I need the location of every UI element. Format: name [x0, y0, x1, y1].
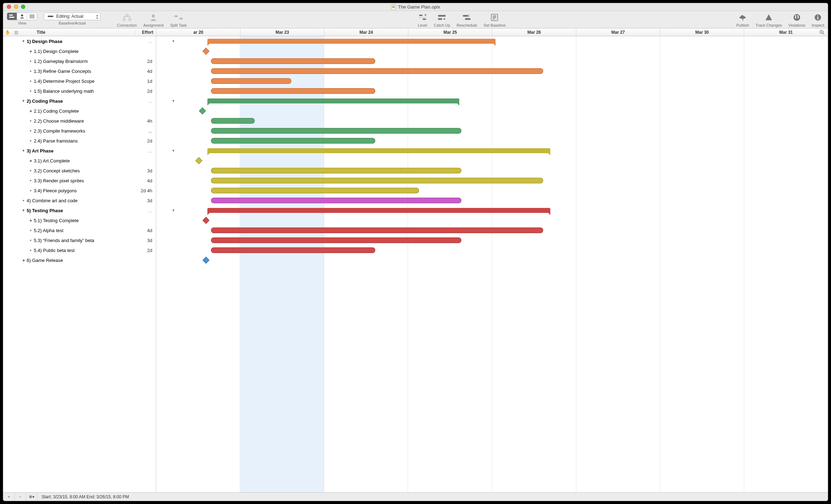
task-row[interactable]: ●5.2) Alpha test4d: [3, 225, 156, 235]
milestone-diamond[interactable]: [195, 157, 202, 164]
task-row[interactable]: ●5.3) “Friends and family” beta3d: [3, 235, 156, 245]
task-row[interactable]: ▼3) Art Phase...: [3, 146, 156, 156]
gantt-disclosure-icon[interactable]: ▼: [172, 39, 175, 43]
task-row[interactable]: ◆2.1) Coding Complete: [3, 106, 156, 116]
gantt-row[interactable]: ▼: [156, 205, 828, 215]
gantt-row[interactable]: [156, 166, 828, 176]
gantt-disclosure-icon[interactable]: ▼: [172, 99, 175, 103]
gantt-row[interactable]: [156, 86, 828, 96]
day-header[interactable]: Mar 25: [408, 28, 492, 36]
day-header[interactable]: Mar 31: [744, 28, 828, 36]
task-row[interactable]: ●3.2) Concept sketches3d: [3, 166, 156, 176]
gantt-row[interactable]: [156, 126, 828, 136]
gantt-row[interactable]: [156, 136, 828, 146]
gantt-row[interactable]: [156, 46, 828, 56]
gantt-row[interactable]: [156, 156, 828, 166]
connection-button[interactable]: Connection: [117, 12, 137, 27]
task-row[interactable]: ◆6) Game Release: [3, 255, 156, 265]
catch-up-button[interactable]: Catch Up: [434, 12, 450, 27]
task-row[interactable]: ●2.2) Choose middleware4h: [3, 116, 156, 126]
task-bar[interactable]: [211, 68, 543, 74]
day-header[interactable]: Mar 26: [492, 28, 576, 36]
close-window-button[interactable]: [7, 5, 11, 9]
task-row[interactable]: ◆1.1) Design Complete: [3, 46, 156, 56]
gantt-row[interactable]: [156, 106, 828, 116]
task-row[interactable]: ●1.2) Gameplay Brainstorm2d: [3, 56, 156, 66]
task-row[interactable]: ●1.5) Balance underlying math2d: [3, 86, 156, 96]
disclosure-triangle-icon[interactable]: ▼: [20, 149, 27, 152]
gantt-row[interactable]: [156, 235, 828, 245]
disclosure-triangle-icon[interactable]: ▼: [20, 99, 27, 103]
gantt-row[interactable]: ▼: [156, 36, 828, 46]
action-menu-button[interactable]: ✻▾: [26, 493, 37, 501]
task-bar[interactable]: [211, 138, 375, 144]
gantt-row[interactable]: [156, 66, 828, 76]
effort-column-header[interactable]: Effort: [135, 30, 156, 35]
milestone-diamond[interactable]: [202, 217, 210, 224]
task-bar[interactable]: [211, 237, 461, 243]
task-row[interactable]: ▼5) Testing Phase...: [3, 205, 156, 215]
task-row[interactable]: ●4) Combine art and code3d: [3, 195, 156, 205]
task-row[interactable]: ◆5.1) Testing Complete: [3, 215, 156, 225]
split-task-button[interactable]: Split Task: [170, 12, 187, 27]
gantt-row[interactable]: ▼: [156, 96, 828, 106]
gantt-row[interactable]: [156, 255, 828, 265]
assignment-button[interactable]: Assignment: [143, 12, 164, 27]
summary-bar[interactable]: [207, 148, 551, 153]
zoom-icon[interactable]: [819, 30, 825, 35]
gantt-row[interactable]: [156, 186, 828, 195]
title-column-header[interactable]: Title: [20, 30, 135, 35]
reschedule-button[interactable]: Reschedule: [456, 12, 477, 27]
milestone-diamond[interactable]: [202, 48, 210, 55]
day-header[interactable]: Mar 30: [660, 28, 744, 36]
summary-bar[interactable]: [207, 98, 459, 103]
task-bar[interactable]: [211, 247, 375, 253]
task-row[interactable]: ●3.3) Render pixel sprites4d: [3, 176, 156, 186]
gantt-disclosure-icon[interactable]: ▼: [172, 209, 175, 212]
grab-hand-icon[interactable]: ✋: [3, 30, 12, 35]
minimize-window-button[interactable]: [14, 5, 18, 9]
gantt-disclosure-icon[interactable]: ▼: [172, 149, 175, 152]
timeline-header[interactable]: ar 20Mar 23Mar 24Mar 25Mar 26Mar 27Mar 3…: [156, 28, 828, 36]
task-row[interactable]: ●3.4) Fleece polygons2d 4h: [3, 186, 156, 195]
milestone-diamond[interactable]: [199, 107, 206, 114]
publish-button[interactable]: Publish: [736, 12, 749, 27]
gantt-row[interactable]: [156, 195, 828, 205]
baseline-actual-popup[interactable]: Editing: Actual ▴▾: [44, 12, 101, 20]
task-row[interactable]: ▼1) Design Phase...: [3, 36, 156, 46]
view-segmented-control[interactable]: [7, 12, 37, 20]
violations-button[interactable]: Violations: [788, 12, 805, 27]
task-bar[interactable]: [211, 198, 461, 203]
task-outline[interactable]: ▼1) Design Phase...◆1.1) Design Complete…: [3, 36, 156, 492]
resource-view-button[interactable]: [17, 13, 27, 20]
level-button[interactable]: Level: [418, 12, 428, 27]
remove-button[interactable]: －: [15, 493, 26, 501]
gantt-row[interactable]: [156, 76, 828, 86]
day-header[interactable]: Mar 27: [576, 28, 660, 36]
zoom-window-button[interactable]: [21, 5, 25, 9]
gantt-row[interactable]: [156, 225, 828, 235]
task-row[interactable]: ●2.3) Compile frameworks...: [3, 126, 156, 136]
set-baseline-button[interactable]: Set Baseline: [483, 12, 506, 27]
task-bar[interactable]: [211, 128, 461, 134]
calendar-view-button[interactable]: [27, 13, 37, 20]
task-row[interactable]: ◆3.1) Art Complete: [3, 156, 156, 166]
task-bar[interactable]: [211, 188, 419, 193]
task-row[interactable]: ▼2) Coding Phase...: [3, 96, 156, 106]
gantt-row[interactable]: [156, 56, 828, 66]
gantt-row[interactable]: [156, 215, 828, 225]
summary-bar[interactable]: [207, 208, 551, 213]
task-bar[interactable]: [211, 118, 255, 124]
gantt-row[interactable]: [156, 116, 828, 126]
task-bar[interactable]: [211, 227, 543, 233]
task-row[interactable]: ●1.4) Determine Project Scope1d: [3, 76, 156, 86]
day-header[interactable]: ar 20: [156, 28, 240, 36]
task-bar[interactable]: [211, 78, 291, 84]
disclosure-triangle-icon[interactable]: ▼: [20, 209, 27, 212]
task-bar[interactable]: [211, 168, 461, 173]
track-changes-button[interactable]: Track Changes: [756, 12, 782, 27]
gantt-row[interactable]: ▼: [156, 146, 828, 156]
note-column-icon[interactable]: ▤: [12, 30, 20, 35]
milestone-diamond[interactable]: [202, 257, 210, 264]
gantt-chart[interactable]: ▼▼▼▼: [156, 36, 828, 492]
